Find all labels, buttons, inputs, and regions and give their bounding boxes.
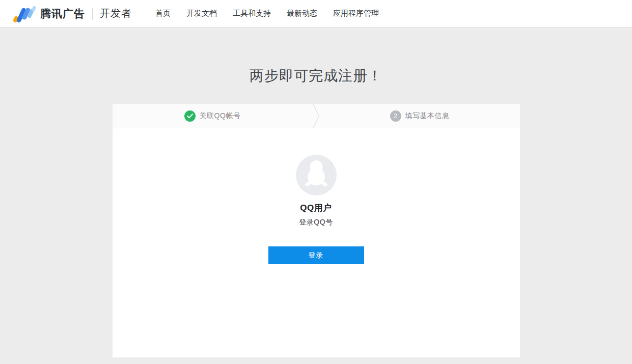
account-subtitle: 登录QQ号 xyxy=(299,218,333,227)
brand-subtitle: 开发者 xyxy=(100,7,132,20)
avatar xyxy=(296,155,337,195)
registration-card: 关联QQ帐号 2 填写基本信息 xyxy=(113,104,520,357)
account-name: QQ用户 xyxy=(300,202,332,214)
qq-login-panel: QQ用户 登录QQ号 登录 xyxy=(113,128,520,357)
login-button[interactable]: 登录 xyxy=(268,246,364,264)
top-navbar: 腾讯广告 开发者 首页 开发文档 工具和支持 最新动态 应用程序管理 xyxy=(0,0,632,27)
step-link-qq-account: 关联QQ帐号 xyxy=(113,104,313,128)
tencent-ads-logo-icon xyxy=(13,4,36,23)
nav-item-app-management[interactable]: 应用程序管理 xyxy=(333,9,379,18)
step-fill-basic-info: 2 填写基本信息 xyxy=(320,104,520,128)
step-label: 填写基本信息 xyxy=(405,111,450,121)
nav-item-latest-news[interactable]: 最新动态 xyxy=(287,9,317,18)
step-label: 关联QQ帐号 xyxy=(200,111,241,121)
nav-item-tools-support[interactable]: 工具和支持 xyxy=(233,9,271,18)
brand-home-link[interactable]: 腾讯广告 开发者 xyxy=(13,4,132,23)
nav-item-dev-docs[interactable]: 开发文档 xyxy=(186,9,217,18)
registration-page: 两步即可完成注册！ 关联QQ帐号 2 填写基 xyxy=(0,27,632,357)
step-indicator: 关联QQ帐号 2 填写基本信息 xyxy=(113,104,520,128)
brand-name: 腾讯广告 xyxy=(40,7,85,21)
nav-item-home[interactable]: 首页 xyxy=(155,9,171,18)
main-nav: 首页 开发文档 工具和支持 最新动态 应用程序管理 xyxy=(155,9,379,18)
step-number: 2 xyxy=(394,113,397,119)
step-divider-chevron-icon xyxy=(313,104,320,128)
step-2-badge: 2 xyxy=(390,110,401,122)
qq-penguin-icon xyxy=(305,160,328,190)
check-icon xyxy=(184,110,196,122)
page-title: 两步即可完成注册！ xyxy=(0,66,632,86)
brand-divider xyxy=(92,8,93,20)
